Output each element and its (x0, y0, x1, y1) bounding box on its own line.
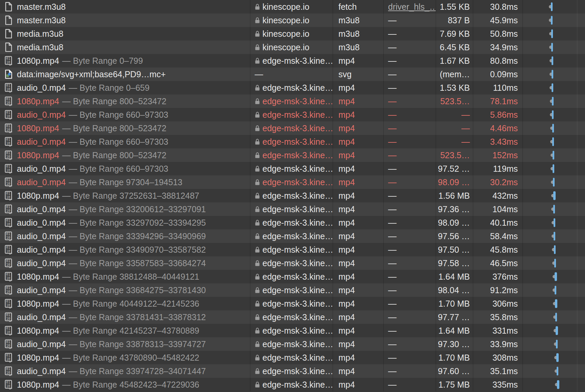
request-size-cell: 1.53 KB (436, 81, 473, 94)
network-request-row[interactable]: master.m3u8kinescope.iofetchdriver_hls_…… (0, 0, 585, 13)
waterfall-bar[interactable] (551, 16, 553, 25)
request-size-cell: 97.50 … (436, 243, 473, 256)
request-size-cell: 1.75 MB (436, 378, 473, 391)
network-request-row[interactable]: 0110audio_0.mp4— Byte Range 660–97303edg… (0, 135, 585, 148)
request-name-cell: 0110audio_0.mp4— Byte Range 33394296–334… (0, 229, 250, 243)
network-request-row[interactable]: 0110audio_0.mp4— Byte Range 0–659edge-ms… (0, 81, 585, 94)
svg-text:01: 01 (6, 327, 10, 330)
waterfall-bar[interactable] (552, 83, 553, 92)
request-name-cell: 0110audio_0.mp4— Byte Range 660–97303 (0, 162, 250, 175)
request-name: master.m3u8 (17, 16, 66, 25)
request-time-cell: 30.2ms (473, 175, 523, 189)
request-time: 308ms (492, 353, 518, 363)
network-request-row[interactable]: master.m3u8kinescope.iom3u8—837 B45.9ms (0, 13, 585, 27)
waterfall-bar[interactable] (553, 151, 554, 160)
request-initiator: — (388, 110, 397, 120)
waterfall-bar[interactable] (552, 124, 554, 133)
network-request-row[interactable]: 0110audio_0.mp4— Byte Range 33490970–335… (0, 243, 585, 256)
waterfall-bar[interactable] (552, 110, 554, 119)
waterfall-bar[interactable] (555, 299, 557, 308)
request-type-cell: mp4 (333, 297, 383, 310)
waterfall-cell (523, 297, 585, 310)
waterfall-bar[interactable] (554, 232, 555, 241)
request-domain: edge-msk-3.kine… (262, 150, 333, 160)
waterfall-bar[interactable] (556, 340, 558, 348)
network-request-row[interactable]: 0110audio_0.mp4— Byte Range 33200612–332… (0, 202, 585, 216)
network-request-row[interactable]: 0110audio_0.mp4— Byte Range 33878313–339… (0, 337, 585, 351)
network-request-row[interactable]: 01101080p.mp4— Byte Range 38812488–40449… (0, 270, 585, 283)
request-initiator-link[interactable]: driver_hls_… (388, 2, 436, 12)
request-name-cell: 01101080p.mp4— Byte Range 37252631–38812… (0, 189, 250, 202)
waterfall-bar[interactable] (555, 272, 557, 281)
svg-text:01: 01 (6, 219, 10, 222)
waterfall-cell (523, 81, 585, 94)
network-request-row[interactable]: media.m3u8kinescope.iom3u8—7.69 KB50.8ms (0, 27, 585, 40)
waterfall-bar[interactable] (553, 164, 554, 173)
request-byte-range: — Byte Range 0–799 (62, 56, 143, 66)
request-type-cell: mp4 (333, 94, 383, 108)
waterfall-bar[interactable] (551, 29, 553, 38)
request-domain: edge-msk-3.kine… (262, 245, 333, 255)
network-request-row[interactable]: 01101080p.mp4— Byte Range 800–523472edge… (0, 121, 585, 135)
network-request-row[interactable]: media.m3u8kinescope.iom3u8—6.45 KB34.9ms (0, 40, 585, 54)
waterfall-bar[interactable] (553, 191, 556, 200)
waterfall-bar[interactable] (554, 218, 555, 227)
request-type-cell: mp4 (333, 135, 383, 148)
network-request-row[interactable]: 0110audio_0.mp4— Byte Range 33974728–340… (0, 364, 585, 378)
waterfall-bar[interactable] (551, 43, 553, 52)
network-request-row[interactable]: 0110audio_0.mp4— Byte Range 33297092–333… (0, 216, 585, 229)
waterfall-bar[interactable] (552, 137, 554, 146)
request-byte-range: — Byte Range 33394296–33490969 (69, 231, 206, 241)
request-domain-cell: edge-msk-3.kine… (250, 270, 333, 283)
request-domain-cell: edge-msk-3.kine… (250, 283, 333, 297)
waterfall-bar[interactable] (557, 380, 559, 389)
network-request-row[interactable]: 0110audio_0.mp4— Byte Range 33394296–334… (0, 229, 585, 243)
svg-text:01: 01 (6, 138, 10, 141)
waterfall-bar[interactable] (552, 70, 553, 79)
request-size-cell: 97.77 … (436, 310, 473, 324)
media-binary-file-icon: 0110 (5, 231, 12, 241)
request-name: 1080p.mp4 (17, 191, 59, 201)
waterfall-bar[interactable] (554, 259, 556, 268)
waterfall-bar[interactable] (556, 353, 559, 362)
waterfall-bar[interactable] (555, 286, 556, 295)
network-request-row[interactable]: 0110audio_0.mp4— Byte Range 660–97303edg… (0, 108, 585, 121)
request-time-cell: 34.9ms (473, 40, 523, 54)
media-binary-file-icon: 0110 (5, 258, 12, 268)
network-request-row[interactable]: 01101080p.mp4— Byte Range 0–799edge-msk-… (0, 54, 585, 67)
request-time: 0.09ms (490, 69, 518, 79)
network-request-row[interactable]: data:image/svg+xml;base64,PD9…mc+—svg—(m… (0, 67, 585, 81)
request-type: svg (338, 69, 352, 79)
network-request-row[interactable]: 01101080p.mp4— Byte Range 800–523472edge… (0, 94, 585, 108)
network-request-row[interactable]: 01101080p.mp4— Byte Range 37252631–38812… (0, 189, 585, 202)
request-domain-cell: edge-msk-3.kine… (250, 364, 333, 378)
network-request-row[interactable]: 01101080p.mp4— Byte Range 800–523472edge… (0, 148, 585, 162)
svg-text:01: 01 (6, 232, 10, 236)
waterfall-bar[interactable] (552, 97, 554, 106)
waterfall-bar[interactable] (555, 313, 557, 321)
request-time: 50.8ms (490, 29, 518, 39)
request-time: 35.8ms (490, 312, 518, 322)
request-time: 30.8ms (490, 2, 518, 12)
waterfall-bar[interactable] (556, 326, 558, 335)
waterfall-bar[interactable] (553, 205, 555, 214)
request-byte-range: — Byte Range 33587583–33684274 (69, 258, 206, 268)
network-request-row[interactable]: 0110audio_0.mp4— Byte Range 33587583–336… (0, 256, 585, 270)
network-request-row[interactable]: 01101080p.mp4— Byte Range 43780890–45482… (0, 351, 585, 364)
request-type-cell: mp4 (333, 175, 383, 189)
media-binary-file-icon: 0110 (5, 380, 12, 389)
network-request-row[interactable]: 01101080p.mp4— Byte Range 42145237–43780… (0, 324, 585, 337)
waterfall-bar[interactable] (553, 178, 555, 187)
network-request-row[interactable]: 0110audio_0.mp4— Byte Range 660–97303edg… (0, 162, 585, 175)
request-name: 1080p.mp4 (17, 123, 59, 133)
network-request-row[interactable]: 0110audio_0.mp4— Byte Range 33781431–338… (0, 310, 585, 324)
waterfall-bar[interactable] (557, 367, 558, 375)
request-domain: edge-msk-3.kine… (262, 272, 333, 282)
waterfall-bar[interactable] (551, 2, 553, 11)
waterfall-bar[interactable] (552, 56, 553, 65)
network-request-row[interactable]: 0110audio_0.mp4— Byte Range 33684275–337… (0, 283, 585, 297)
network-request-row[interactable]: 01101080p.mp4— Byte Range 45482423–47229… (0, 378, 585, 391)
network-request-row[interactable]: 01101080p.mp4— Byte Range 40449122–42145… (0, 297, 585, 310)
waterfall-bar[interactable] (554, 245, 556, 254)
network-request-row[interactable]: 0110audio_0.mp4— Byte Range 97304–194513… (0, 175, 585, 189)
